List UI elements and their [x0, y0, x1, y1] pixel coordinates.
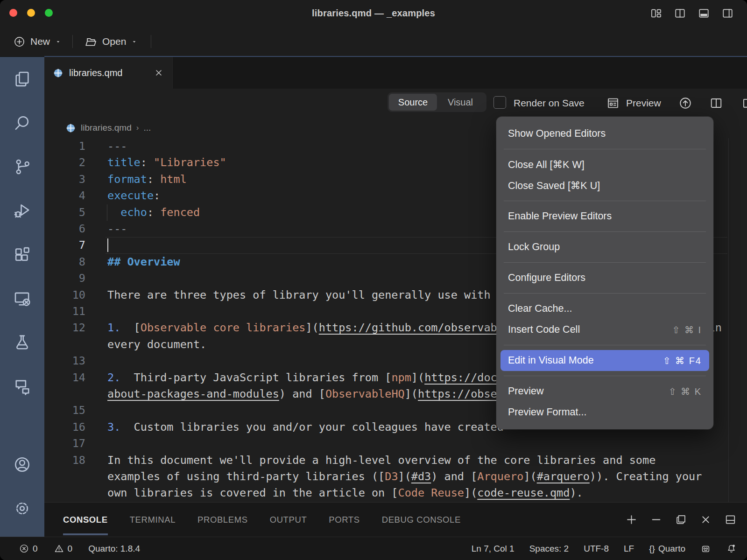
- code-text: title: "Libraries": [107, 154, 226, 171]
- breadcrumb-more[interactable]: ...: [143, 123, 151, 133]
- line-number: 16: [44, 419, 85, 435]
- panel-tab-console[interactable]: CONSOLE: [63, 503, 108, 537]
- split-editor-icon[interactable]: [674, 7, 686, 20]
- line-number: 13: [44, 353, 85, 369]
- problems-warnings[interactable]: 0: [54, 543, 73, 554]
- panel-tab-ports[interactable]: PORTS: [329, 503, 359, 537]
- restore-panel-button[interactable]: [675, 513, 687, 526]
- code-line[interactable]: 17: [44, 435, 747, 452]
- robot-icon: [700, 543, 711, 554]
- sidebar-item-remote-explorer[interactable]: [0, 276, 44, 320]
- render-on-save-checkbox[interactable]: [493, 96, 506, 109]
- panel-tab-problems[interactable]: PROBLEMS: [197, 503, 248, 537]
- code-text: In this document we'll provide a high-le…: [107, 452, 655, 469]
- close-panel-button[interactable]: [699, 513, 712, 526]
- close-tab-icon[interactable]: [154, 68, 164, 78]
- code-line[interactable]: 18In this document we'll provide a high-…: [44, 452, 747, 469]
- encoding[interactable]: UTF-8: [584, 544, 609, 554]
- bell-icon: [726, 543, 737, 554]
- code-text: own libraries is covered in the article …: [107, 485, 583, 501]
- line-number: [44, 485, 85, 501]
- new-panel-button[interactable]: [625, 513, 638, 526]
- status-right: Ln 7, Col 1Spaces: 2UTF-8LF{}Quarto: [457, 543, 737, 554]
- split-editor-button[interactable]: [709, 96, 723, 110]
- line-number: 4: [44, 188, 85, 204]
- line-number: 1: [44, 138, 85, 154]
- menu-item-close-all-k-w[interactable]: Close All [⌘K W]: [500, 154, 709, 175]
- menu-item-edit-in-visual-mode[interactable]: Edit in Visual Mode⇧ ⌘ F4: [500, 350, 709, 371]
- menu-item-show-opened-editors[interactable]: Show Opened Editors: [500, 123, 709, 144]
- status-label: 0: [68, 544, 73, 554]
- new-button[interactable]: New: [13, 27, 62, 56]
- line-number: 12: [44, 320, 85, 336]
- open-button[interactable]: Open: [84, 27, 138, 56]
- tab-libraries-qmd[interactable]: libraries.qmd: [44, 57, 173, 89]
- status-label: LF: [624, 544, 634, 554]
- menu-item-lock-group[interactable]: Lock Group: [500, 237, 709, 258]
- files-icon: [13, 70, 32, 89]
- sidebar-item-account[interactable]: [0, 442, 44, 486]
- preview-icon[interactable]: [606, 96, 620, 110]
- render-button[interactable]: [678, 96, 692, 110]
- problems-errors[interactable]: 0: [19, 543, 38, 554]
- sidebar-item-testing[interactable]: [0, 320, 44, 364]
- tab-source-mode[interactable]: Source: [389, 94, 437, 111]
- menu-separator: [504, 231, 706, 232]
- end-of-line[interactable]: LF: [624, 544, 634, 554]
- sidebar-item-extensions[interactable]: [0, 232, 44, 276]
- layout-customize-icon[interactable]: [650, 7, 662, 20]
- menu-separator: [504, 293, 706, 294]
- activity-bar: [0, 57, 44, 537]
- menu-item-preview[interactable]: Preview⇧ ⌘ K: [500, 381, 709, 402]
- open-button-label: Open: [102, 36, 126, 47]
- menu-separator: [504, 201, 706, 201]
- sidebar-item-search[interactable]: [0, 101, 44, 145]
- menu-item-configure-editors[interactable]: Configure Editors: [500, 267, 709, 288]
- menu-item-preview-format[interactable]: Preview Format...: [500, 402, 709, 423]
- code-line[interactable]: own libraries is covered in the article …: [44, 485, 747, 501]
- titlebar-layout-controls: [650, 7, 734, 20]
- sidebar-item-comments[interactable]: [0, 364, 44, 408]
- menu-item-enable-preview-editors[interactable]: Enable Preview Editors: [500, 206, 709, 227]
- status-left: 00Quarto: 1.8.4: [19, 543, 156, 554]
- panel-tab-debug-console[interactable]: DEBUG CONSOLE: [382, 503, 461, 537]
- menu-separator: [504, 149, 706, 149]
- line-number: [44, 336, 85, 353]
- tab-visual-mode[interactable]: Visual: [437, 94, 484, 111]
- assistant[interactable]: [700, 543, 711, 554]
- quarto-file-icon: [53, 68, 63, 78]
- sidebar-item-source-control[interactable]: [0, 145, 44, 189]
- line-number: [44, 386, 85, 402]
- menu-item-clear-cache[interactable]: Clear Cache...: [500, 298, 709, 319]
- cursor-position[interactable]: Ln 7, Col 1: [472, 544, 514, 554]
- panel-tab-output[interactable]: OUTPUT: [270, 503, 307, 537]
- remote-explorer-icon: [13, 289, 32, 308]
- search-icon: [13, 113, 32, 133]
- sidebar-item-run-debug[interactable]: [0, 189, 44, 232]
- indentation[interactable]: Spaces: 2: [529, 544, 569, 554]
- menu-item-close-saved-k-u[interactable]: Close Saved [⌘K U]: [500, 175, 709, 196]
- minimize-panel-button[interactable]: [650, 513, 662, 526]
- account-icon: [13, 455, 32, 474]
- open-in-new-window-button[interactable]: [741, 96, 747, 110]
- toggle-panel-layout-button[interactable]: [724, 513, 737, 526]
- toggle-secondary-sidebar-icon[interactable]: [721, 7, 734, 20]
- toolbar: New Open Search Python 3.12.1 (PipEnv: .…: [0, 27, 747, 57]
- toggle-panel-icon[interactable]: [698, 7, 710, 20]
- sidebar-item-explorer[interactable]: [0, 57, 44, 101]
- quarto-version[interactable]: Quarto: 1.8.4: [88, 544, 140, 554]
- line-number: 3: [44, 171, 85, 188]
- menu-item-insert-code-cell[interactable]: Insert Code Cell⇧ ⌘ I: [500, 319, 709, 340]
- panel-tab-terminal[interactable]: TERMINAL: [130, 503, 176, 537]
- testing-icon: [13, 333, 32, 352]
- code-text: 3. Custom libraries you and/or your coll…: [107, 419, 504, 435]
- code-text: format: html: [107, 171, 187, 188]
- breadcrumb-file[interactable]: libraries.qmd: [81, 123, 132, 133]
- language-mode[interactable]: {}Quarto: [649, 544, 685, 554]
- code-line[interactable]: examples of using third-party libraries …: [44, 469, 747, 485]
- code-text: There are three types of library you'll …: [107, 287, 523, 303]
- sidebar-item-settings[interactable]: [0, 486, 44, 530]
- notifications[interactable]: [726, 543, 737, 554]
- preview-label[interactable]: Preview: [626, 89, 661, 118]
- status-label: Quarto: [658, 544, 685, 554]
